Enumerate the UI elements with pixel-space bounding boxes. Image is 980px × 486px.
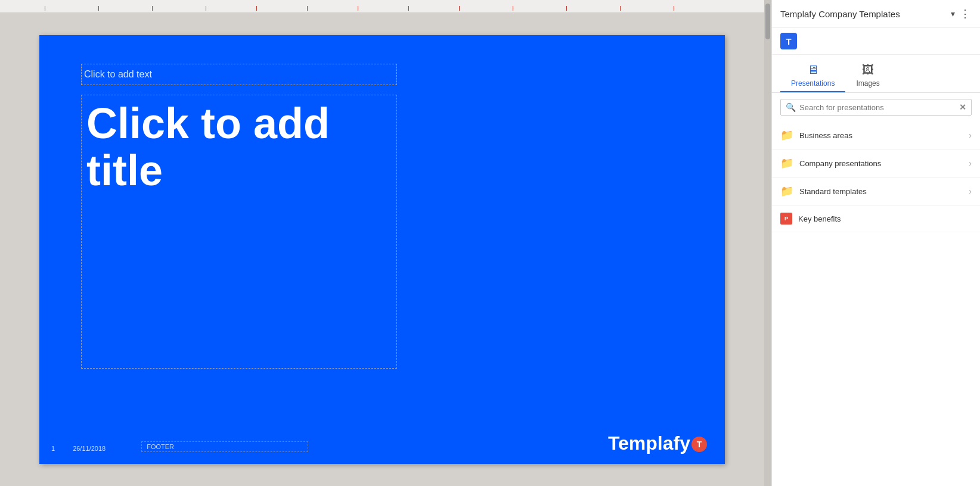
ruler-tick [566,6,567,11]
images-tab-label: Images [856,79,879,88]
panel-list: 📁 Business areas › 📁 Company presentatio… [772,122,980,486]
ruler-tick [98,6,99,11]
item-label-key-benefits: Key benefits [798,214,972,223]
ruler-tick [307,6,308,11]
slide-subtitle-box[interactable]: Click to add text [81,64,397,85]
slide-date: 26/11/2018 [73,445,106,452]
chevron-right-icon: › [969,130,972,140]
folder-icon: 📁 [780,157,793,170]
ruler-tick [459,6,460,11]
ruler [0,0,764,13]
ruler-tick [206,6,206,11]
list-item-company-presentations[interactable]: 📁 Company presentations › [772,149,980,177]
images-tab-icon: 🖼 [862,63,874,77]
panel-dropdown-button[interactable]: ▾ [951,9,955,18]
search-icon: 🔍 [786,102,796,112]
scrollbar[interactable] [764,0,771,486]
item-label-standard-templates: Standard templates [799,187,963,196]
templafy-t-icon[interactable]: T [780,33,797,49]
ruler-tick [620,6,621,11]
panel-header: Templafy Company Templates ▾ ⋮ [772,0,980,28]
logo-t-badge: T [691,437,707,452]
list-item-standard-templates[interactable]: 📁 Standard templates › [772,177,980,205]
scrollbar-thumb[interactable] [765,4,770,39]
ruler-tick [674,6,674,11]
chevron-right-icon: › [969,186,972,196]
slide-container: Click to add text Click to add title 1 2… [0,13,764,486]
panel-search[interactable]: 🔍 ✕ [780,99,972,116]
slide-page-number: 1 [51,445,55,452]
ruler-tick [152,6,153,11]
panel-tabs: 🖥 Presentations 🖼 Images [772,55,980,93]
slide[interactable]: Click to add text Click to add title 1 2… [39,35,725,464]
search-input[interactable] [799,103,956,112]
slide-title-box[interactable]: Click to add title [81,95,397,369]
logo-text: Templafy [608,432,690,454]
right-panel: Templafy Company Templates ▾ ⋮ T 🖥 Prese… [771,0,980,486]
ruler-tick [408,6,409,11]
slide-title-placeholder: Click to add title [82,95,396,199]
ruler-tick [256,6,257,11]
main-area: Click to add text Click to add title 1 2… [0,0,764,486]
panel-title: Templafy Company Templates [780,9,900,19]
chevron-right-icon: › [969,158,972,168]
list-item-business-areas[interactable]: 📁 Business areas › [772,122,980,149]
panel-icon-row: T [772,28,980,55]
panel-more-button[interactable]: ⋮ [960,7,972,20]
folder-icon: 📁 [780,129,793,142]
item-label-business-areas: Business areas [799,131,963,140]
slide-subtitle-placeholder: Click to add text [82,69,152,80]
panel-header-actions: ▾ ⋮ [951,7,972,20]
tab-presentations[interactable]: 🖥 Presentations [780,60,845,92]
presentations-tab-label: Presentations [791,79,835,88]
list-item-key-benefits[interactable]: P Key benefits [772,205,980,232]
ruler-tick [45,6,45,11]
slide-logo: Templafy T [608,432,707,454]
slide-footer-field[interactable]: FOOTER [141,441,308,452]
ppt-icon: P [780,213,792,225]
item-label-company-presentations: Company presentations [799,159,963,168]
folder-icon: 📁 [780,185,793,198]
presentations-tab-icon: 🖥 [807,63,819,77]
ruler-tick [358,6,358,11]
tab-images[interactable]: 🖼 Images [845,60,890,92]
search-clear-button[interactable]: ✕ [959,102,966,112]
ruler-tick [513,6,513,11]
